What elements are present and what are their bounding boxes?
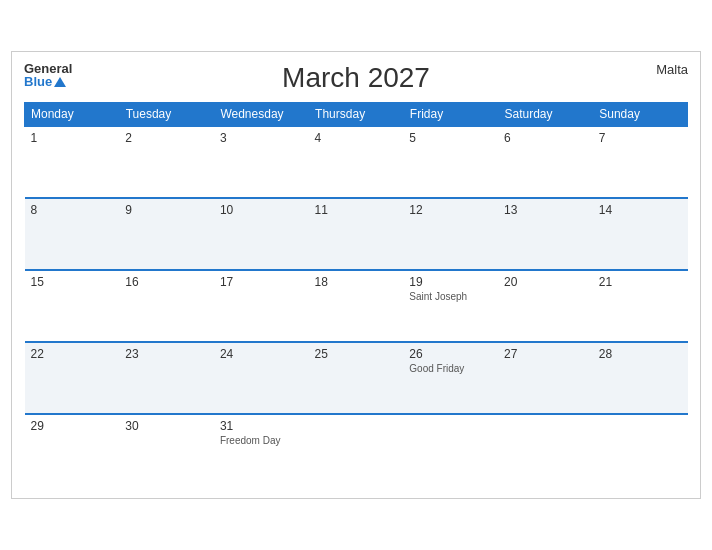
day-number: 4	[315, 131, 398, 145]
header-tuesday: Tuesday	[119, 103, 214, 127]
calendar-cell: 31Freedom Day	[214, 414, 309, 486]
day-number: 25	[315, 347, 398, 361]
calendar-title: March 2027	[282, 62, 430, 94]
day-number: 6	[504, 131, 587, 145]
calendar-cell: 15	[25, 270, 120, 342]
day-number: 26	[409, 347, 492, 361]
calendar-cell: 25	[309, 342, 404, 414]
calendar-week-row: 293031Freedom Day	[25, 414, 688, 486]
calendar-cell	[403, 414, 498, 486]
calendar-cell: 18	[309, 270, 404, 342]
day-number: 29	[31, 419, 114, 433]
logo-blue-text: Blue	[24, 75, 52, 88]
day-number: 10	[220, 203, 303, 217]
day-number: 31	[220, 419, 303, 433]
day-number: 12	[409, 203, 492, 217]
calendar-cell: 9	[119, 198, 214, 270]
day-number: 27	[504, 347, 587, 361]
calendar-week-row: 1516171819Saint Joseph2021	[25, 270, 688, 342]
calendar-cell: 2	[119, 126, 214, 198]
day-number: 13	[504, 203, 587, 217]
day-number: 2	[125, 131, 208, 145]
calendar-cell	[309, 414, 404, 486]
calendar-cell: 20	[498, 270, 593, 342]
calendar-cell: 17	[214, 270, 309, 342]
calendar-grid: Monday Tuesday Wednesday Thursday Friday…	[24, 102, 688, 486]
holiday-name: Saint Joseph	[409, 291, 492, 302]
calendar-cell: 16	[119, 270, 214, 342]
header-thursday: Thursday	[309, 103, 404, 127]
calendar-cell: 5	[403, 126, 498, 198]
header-monday: Monday	[25, 103, 120, 127]
calendar-cell: 11	[309, 198, 404, 270]
calendar-cell: 22	[25, 342, 120, 414]
calendar-cell: 24	[214, 342, 309, 414]
calendar-cell	[593, 414, 688, 486]
calendar-week-row: 891011121314	[25, 198, 688, 270]
day-number: 23	[125, 347, 208, 361]
day-number: 18	[315, 275, 398, 289]
calendar-cell: 14	[593, 198, 688, 270]
day-number: 22	[31, 347, 114, 361]
calendar-header: General Blue March 2027 Malta	[24, 62, 688, 94]
calendar-week-row: 2223242526Good Friday2728	[25, 342, 688, 414]
day-number: 11	[315, 203, 398, 217]
logo-triangle-icon	[54, 77, 66, 87]
day-number: 19	[409, 275, 492, 289]
holiday-name: Freedom Day	[220, 435, 303, 446]
header-friday: Friday	[403, 103, 498, 127]
calendar-cell: 30	[119, 414, 214, 486]
calendar-cell: 8	[25, 198, 120, 270]
day-number: 3	[220, 131, 303, 145]
day-number: 8	[31, 203, 114, 217]
day-number: 17	[220, 275, 303, 289]
holiday-name: Good Friday	[409, 363, 492, 374]
calendar-cell: 21	[593, 270, 688, 342]
calendar-container: General Blue March 2027 Malta Monday Tue…	[11, 51, 701, 499]
calendar-cell: 10	[214, 198, 309, 270]
day-number: 1	[31, 131, 114, 145]
calendar-cell: 28	[593, 342, 688, 414]
calendar-cell: 6	[498, 126, 593, 198]
header-wednesday: Wednesday	[214, 103, 309, 127]
calendar-cell: 4	[309, 126, 404, 198]
header-sunday: Sunday	[593, 103, 688, 127]
calendar-cell: 27	[498, 342, 593, 414]
calendar-cell: 23	[119, 342, 214, 414]
day-number: 20	[504, 275, 587, 289]
calendar-cell: 12	[403, 198, 498, 270]
day-number: 28	[599, 347, 682, 361]
day-number: 9	[125, 203, 208, 217]
calendar-cell: 26Good Friday	[403, 342, 498, 414]
calendar-week-row: 1234567	[25, 126, 688, 198]
day-number: 30	[125, 419, 208, 433]
logo: General Blue	[24, 62, 72, 88]
calendar-cell: 7	[593, 126, 688, 198]
day-number: 14	[599, 203, 682, 217]
day-number: 16	[125, 275, 208, 289]
calendar-cell	[498, 414, 593, 486]
calendar-cell: 13	[498, 198, 593, 270]
header-saturday: Saturday	[498, 103, 593, 127]
day-number: 24	[220, 347, 303, 361]
calendar-cell: 3	[214, 126, 309, 198]
day-number: 5	[409, 131, 492, 145]
day-number: 21	[599, 275, 682, 289]
calendar-cell: 29	[25, 414, 120, 486]
weekday-header-row: Monday Tuesday Wednesday Thursday Friday…	[25, 103, 688, 127]
day-number: 15	[31, 275, 114, 289]
country-label: Malta	[656, 62, 688, 77]
calendar-cell: 1	[25, 126, 120, 198]
day-number: 7	[599, 131, 682, 145]
calendar-cell: 19Saint Joseph	[403, 270, 498, 342]
